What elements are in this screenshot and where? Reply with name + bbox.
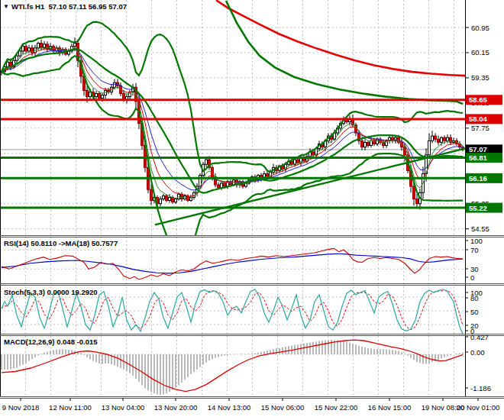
price-tick-label: 54.55 [471,225,489,233]
indicator-tick-label: 80 [470,294,479,302]
ohlc-high: 57.11 [69,2,86,11]
time-tick-label: 13 Nov 20:00 [154,403,198,412]
time-tick-label: 12 Nov 11:00 [49,403,92,412]
symbol-name: WTI.fs [11,2,34,11]
macd-indicator-label: MACD(12,26,9) 0.048 -0.015 [4,338,98,346]
time-tick-label: 20 Nov 01:00 [457,403,500,412]
indicator-tick-label: 70 [470,246,479,254]
time-tick-label: 14 Nov 13:00 [208,403,251,412]
chart-header: ▼WTI.fs H1 57.10 57.11 56.95 57.07 [3,2,127,11]
price-badge: 56.81 [466,153,502,163]
time-tick-label: 9 Nov 2018 [2,403,40,412]
ohlc-low: 56.95 [89,2,107,11]
price-badge-value: 58.04 [469,115,487,123]
price-badge-value: 56.16 [469,174,487,183]
price-badge: 58.04 [466,114,502,124]
stochastic-indicator-label: Stoch(5,3,3) 0.0000 19.2920 [4,288,98,296]
price-badge-value: 55.22 [469,204,487,212]
price-chart-canvas: 60.9560.1559.3558.5557.7556.9556.1555.35… [0,0,504,420]
price-badge: 55.22 [466,203,502,213]
timeframe-label: H1 [35,2,44,11]
time-tick-label: 16 Nov 15:00 [368,403,412,412]
ohlc-open: 57.10 [49,2,67,11]
time-tick-label: 15 Nov 22:00 [315,403,358,412]
price-tick-label: 60.95 [471,24,489,32]
indicator-tick-label: -1.186 [470,384,491,393]
indicator-tick-label: 50 [470,308,479,316]
price-badge-value: 56.81 [469,153,487,162]
time-tick-label: 15 Nov 06:00 [261,403,305,412]
indicator-tick-label: 0.00 [470,348,485,357]
symbol-marker-icon[interactable]: ▼ [3,3,9,10]
price-badge: 58.65 [466,95,502,105]
price-tick-label: 57.75 [471,124,489,132]
time-tick-label: 13 Nov 04:00 [102,403,145,412]
trading-chart-window: 60.9560.1559.3558.5557.7556.9556.1555.35… [0,0,504,420]
ohlc-close: 57.07 [108,2,127,11]
price-badge-value: 58.65 [469,95,487,104]
indicator-tick-label: 0 [470,273,474,282]
indicator-tick-label: 100 [470,237,483,245]
indicator-tick-label: 30 [470,265,479,273]
indicator-tick-label: 0.427 [470,333,489,341]
price-badge: 56.16 [466,173,502,183]
price-tick-label: 60.15 [471,48,489,57]
price-badge-value: 57.07 [469,145,487,153]
price-tick-label: 59.35 [471,73,489,82]
rsi-indicator-label: RSI(14) 50.8110 ->MA(18) 50.7577 [4,239,118,247]
